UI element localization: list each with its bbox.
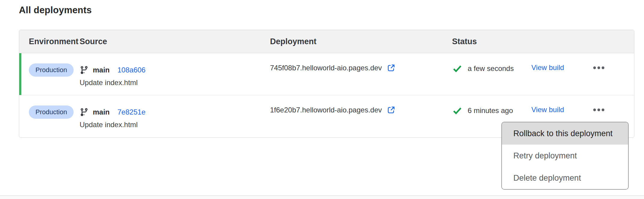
menu-item-retry[interactable]: Retry deployment <box>502 145 628 167</box>
branch-name: main <box>93 66 110 74</box>
deployment-url: 1f6e20b7.helloworld-aio.pages.dev <box>270 106 382 114</box>
column-header-spacer <box>531 30 591 53</box>
success-check-icon <box>452 63 462 74</box>
view-build-link[interactable]: View build <box>531 63 564 72</box>
table-header: Environment Source Deployment Status <box>19 30 634 53</box>
deployment-row: Production main 108a606 Update index.htm… <box>19 53 634 95</box>
status-time: 6 minutes ago <box>468 106 513 115</box>
column-header-spacer <box>591 30 625 53</box>
menu-item-rollback[interactable]: Rollback to this deployment <box>502 122 628 145</box>
external-link-icon[interactable] <box>387 63 396 72</box>
commit-message: Update index.html <box>80 120 270 130</box>
commit-link[interactable]: 7e8251e <box>117 108 145 116</box>
commit-link[interactable]: 108a606 <box>117 66 145 74</box>
environment-badge: Production <box>29 106 74 119</box>
page-title: All deployments <box>19 5 92 16</box>
section-divider <box>0 195 644 199</box>
environment-badge: Production <box>29 63 74 77</box>
deployment-url: 745f08b7.helloworld-aio.pages.dev <box>270 64 382 72</box>
column-header-environment: Environment <box>19 30 80 53</box>
row-actions-ellipsis-button[interactable] <box>591 106 606 114</box>
row-actions-ellipsis-button[interactable] <box>591 63 606 72</box>
column-header-deployment: Deployment <box>270 30 452 53</box>
git-branch-icon <box>80 66 89 75</box>
commit-message: Update index.html <box>80 78 270 87</box>
column-header-status: Status <box>452 30 531 53</box>
git-branch-icon <box>80 108 89 117</box>
success-check-icon <box>452 106 462 116</box>
current-deployment-indicator <box>19 53 21 95</box>
status-time: a few seconds <box>468 64 514 73</box>
external-link-icon[interactable] <box>387 106 396 115</box>
branch-name: main <box>93 108 110 116</box>
deployment-actions-menu: Rollback to this deployment Retry deploy… <box>501 122 629 190</box>
column-header-source: Source <box>80 30 270 53</box>
view-build-link[interactable]: View build <box>531 106 564 114</box>
menu-item-delete[interactable]: Delete deployment <box>502 167 628 189</box>
